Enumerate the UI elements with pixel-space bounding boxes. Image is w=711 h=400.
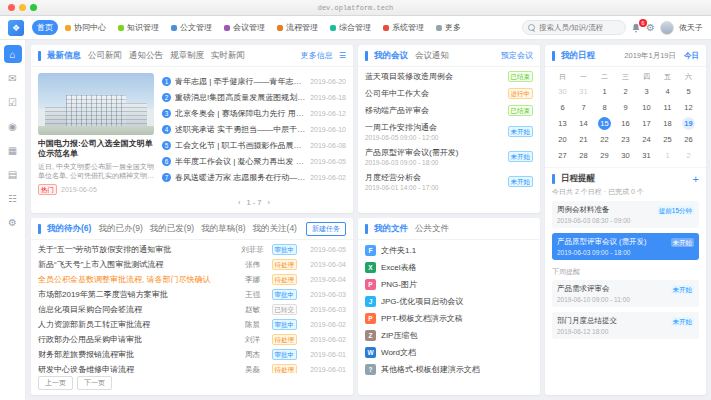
calendar-day[interactable]: 16 [615,115,636,131]
meeting-tab[interactable]: 我的会议 [374,50,408,62]
zoom-window-button[interactable] [30,4,37,11]
calendar-day[interactable]: 26 [678,131,699,147]
sidebar-item-todo[interactable]: ☑ [4,93,22,111]
news-tab[interactable]: 通知公告 [129,50,163,62]
calendar-day[interactable]: 31 [636,147,657,163]
task-tab[interactable]: 我的已办(9) [98,223,142,235]
notification-bell[interactable]: 6 [631,23,641,33]
calendar-day[interactable]: 30 [615,147,636,163]
calendar-day[interactable]: 31 [573,83,594,99]
calendar-day[interactable]: 27 [552,147,573,163]
global-search[interactable] [522,20,626,35]
task-row[interactable]: 信息化项目采购合同会签流程赵敏已转交2019-06-03 [31,302,353,317]
file-item[interactable]: ?其他格式-模板创建演示文档 [358,361,540,378]
calendar-day[interactable]: 1 [657,147,678,163]
calendar-day[interactable]: 19 [678,115,699,131]
more-news-link[interactable]: 更多信息 [301,50,333,61]
task-tab[interactable]: 我的已发(9) [150,223,194,235]
calendar-day[interactable]: 3 [636,83,657,99]
next-page-button[interactable]: 下一页 [77,376,112,390]
calendar-day[interactable]: 8 [594,99,615,115]
sidebar-item-calendar[interactable]: ▦ [4,141,22,159]
news-item[interactable]: 2重磅消息!集团高质量发展蓝图规划正式发布2019-06-18 [162,89,346,105]
file-item[interactable]: ZZIP压缩包 [358,327,540,344]
reminder-card[interactable]: 周例会材料准备提前15分钟2019-06-03 08:30 - 09:00 [552,201,699,228]
calendar-day[interactable]: 25 [657,131,678,147]
meeting-item[interactable]: 月度经营分析会2019-06-01 14:00 - 17:00未开始 [358,169,540,194]
news-prev-icon[interactable]: ‹ [238,198,241,207]
calendar-day[interactable]: 29 [594,147,615,163]
meeting-item[interactable]: 一周工作安排沟通会2019-06-05 09:00 - 12:00未开始 [358,119,540,144]
task-row[interactable]: 新品“飞天号”上市入围审批测试流程张伟待处理2019-06-04 [31,257,353,272]
meeting-item[interactable]: 蓝天项目装修改造周例会已结束 [358,68,540,85]
calendar-day[interactable]: 9 [615,99,636,115]
nav-tab-collab[interactable]: 协同中心 [60,20,111,35]
calendar-day[interactable]: 5 [678,83,699,99]
file-item[interactable]: JJPG-优化项目启动会议 [358,293,540,310]
calendar-day[interactable]: 2 [615,83,636,99]
meeting-item[interactable]: 产品原型评审会议(需开发)2019-06-03 09:00 - 18:00未开始 [358,144,540,169]
reminder-card[interactable]: 产品需求评审会未开始2019-06-10 09:00 - 11:00 [552,280,699,307]
new-task-button[interactable]: 新建任务 [306,222,346,236]
news-menu-icon[interactable]: ☰ [339,51,346,60]
nav-tab-admin[interactable]: 综合管理 [325,20,376,35]
calendar-day[interactable]: 28 [573,147,594,163]
news-item[interactable]: 6半年度工作会议 | 凝心聚力再出发 真抓实干谱新篇2019-06-05 [162,153,346,169]
task-row[interactable]: 研发中心设备维修申请流程吴磊待处理2019-06-01 [31,362,353,373]
file-item[interactable]: WWord文档 [358,344,540,361]
calendar-day[interactable]: 23 [615,131,636,147]
news-item[interactable]: 1青年志愿 | 牵手健康行——青年志愿者走进社区开展义诊2019-06-20 [162,73,346,89]
news-tab[interactable]: 最新信息 [47,50,81,62]
close-window-button[interactable] [8,4,15,11]
app-logo-icon[interactable]: ❖ [8,20,24,36]
file-tab[interactable]: 我的文件 [374,223,408,235]
sidebar-item-settings[interactable]: ⚙ [4,213,22,231]
book-meeting-link[interactable]: 预定会议 [501,50,533,61]
calendar-day[interactable]: 4 [657,83,678,99]
calendar-day[interactable]: 11 [657,99,678,115]
meeting-item[interactable]: 公司年中工作大会进行中 [358,85,540,102]
calendar-day[interactable]: 20 [552,131,573,147]
task-row[interactable]: 行政部办公用品采购申请审批刘洋待处理2019-06-02 [31,332,353,347]
add-reminder-icon[interactable]: + [693,174,699,184]
avatar[interactable] [660,21,674,35]
file-item[interactable]: F文件夹1.1 [358,242,540,259]
sidebar-item-documents[interactable]: ▤ [4,165,22,183]
news-tab[interactable]: 实时新闻 [211,50,245,62]
nav-tab-docs[interactable]: 公文管理 [166,20,217,35]
calendar-day[interactable]: 15 [594,115,615,131]
calendar-day[interactable]: 7 [573,99,594,115]
settings-gear[interactable]: ⚙ [646,22,655,33]
news-tab[interactable]: 规章制度 [170,50,204,62]
task-row[interactable]: 全员公积金基数调整审批流程, 请各部门尽快确认李娜待处理2019-06-04 [31,272,353,287]
featured-news-title[interactable]: 中国电力报:公司入选全国文明单位示范名单 [38,139,154,160]
url-bar[interactable]: dev.oplatform.tech [318,4,394,12]
reminder-card[interactable]: 部门月度总结提交未开始2019-06-12 18:00 [552,312,699,339]
nav-tab-home[interactable]: 首页 [32,20,58,35]
task-row[interactable]: 人力资源部新员工转正审批流程陈晨审批中2019-06-02 [31,317,353,332]
today-button[interactable]: 今日 [684,51,699,61]
calendar-day[interactable]: 10 [636,99,657,115]
minimize-window-button[interactable] [19,4,26,11]
calendar-day[interactable]: 14 [573,115,594,131]
nav-tab-system[interactable]: 系统管理 [378,20,429,35]
meeting-item[interactable]: 移动端产品评审会已结束 [358,102,540,119]
calendar-day[interactable]: 12 [678,99,699,115]
task-row[interactable]: 关于“五一”劳动节放假安排的通知审批刘菲菲审批中2019-06-05 [31,242,353,257]
calendar-day[interactable]: 21 [573,131,594,147]
calendar-day[interactable]: 6 [552,99,573,115]
calendar-day[interactable]: 22 [594,131,615,147]
meeting-tab[interactable]: 会议通知 [415,50,449,62]
sidebar-item-apps[interactable]: ☷ [4,189,22,207]
prev-page-button[interactable]: 上一页 [38,376,73,390]
news-next-icon[interactable]: › [268,198,271,207]
calendar-day[interactable]: 24 [636,131,657,147]
file-tab[interactable]: 公共文件 [415,223,449,235]
news-item[interactable]: 5工会文化节 | 职工书画摄影作品展火热开展2019-06-08 [162,137,346,153]
news-item[interactable]: 4述职亮承诺 实干勇担当——中层干部述职测评会召开2019-06-10 [162,121,346,137]
calendar-day[interactable]: 2 [678,147,699,163]
file-item[interactable]: PPPT-模板文档演示文稿 [358,310,540,327]
news-tab[interactable]: 公司新闻 [88,50,122,62]
nav-tab-meeting[interactable]: 会议管理 [219,20,270,35]
task-tab[interactable]: 我的待办(6) [47,223,91,235]
